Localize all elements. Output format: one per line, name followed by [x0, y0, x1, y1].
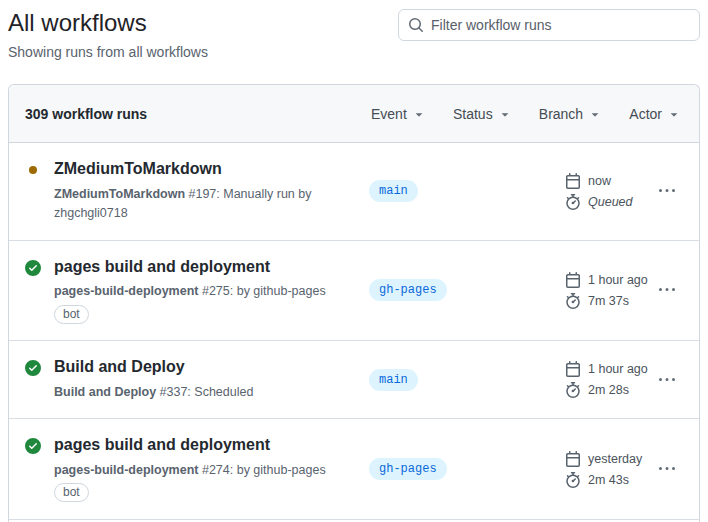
- run-duration: 2m 43s: [588, 473, 629, 487]
- bot-badge: bot: [54, 305, 89, 324]
- run-text: ZMediumToMarkdown ZMediumToMarkdown #197…: [54, 159, 356, 224]
- workflow-run-row: Build and Deploy Build and Deploy #337: …: [9, 341, 699, 419]
- stopwatch-icon: [565, 382, 581, 398]
- search-icon: [408, 17, 424, 33]
- run-time-line: yesterday: [565, 451, 651, 467]
- workflow-runs-count: 309 workflow runs: [25, 106, 369, 122]
- kebab-horizontal-icon: [659, 183, 675, 199]
- kebab-horizontal-icon: [659, 372, 675, 388]
- run-duration: 2m 28s: [588, 383, 629, 397]
- workflow-run-row: pages build and deployment pages-build-d…: [9, 419, 699, 520]
- workflow-runs-table: 309 workflow runs Event Status Branch Ac…: [8, 84, 700, 522]
- calendar-icon: [565, 272, 581, 288]
- run-time: now: [588, 174, 611, 188]
- run-options-button[interactable]: [651, 457, 683, 481]
- workflow-run-title[interactable]: ZMediumToMarkdown: [54, 159, 356, 180]
- run-meta-cell: 1 hour ago 2m 28s: [565, 361, 651, 398]
- run-meta-cell: 1 hour ago 7m 37s: [565, 272, 651, 309]
- branch-cell: gh-pages: [369, 279, 565, 301]
- run-time: 1 hour ago: [588, 273, 648, 287]
- run-detail: #274: by github-pages: [198, 463, 325, 477]
- workflow-run-list: ZMediumToMarkdown ZMediumToMarkdown #197…: [9, 143, 699, 520]
- workflow-run-description: Build and Deploy #337: Scheduled: [54, 383, 253, 402]
- run-meta-cell: now Queued: [565, 173, 651, 210]
- filter-dropdowns: Event Status Branch Actor: [369, 100, 683, 128]
- workflow-run-title[interactable]: Build and Deploy: [54, 357, 253, 378]
- run-detail: #337: Scheduled: [156, 385, 253, 399]
- stopwatch-icon: [565, 472, 581, 488]
- table-header: 309 workflow runs Event Status Branch Ac…: [9, 85, 699, 143]
- triangle-down-icon: [498, 107, 512, 121]
- run-text: pages build and deployment pages-build-d…: [54, 257, 356, 325]
- run-name: Build and Deploy: [54, 385, 156, 399]
- actor-filter-label: Actor: [629, 106, 662, 122]
- run-options-button[interactable]: [651, 179, 683, 203]
- status-filter-button[interactable]: Status: [451, 100, 514, 128]
- kebab-horizontal-icon: [659, 282, 675, 298]
- stopwatch-icon: [565, 293, 581, 309]
- branch-cell: main: [369, 180, 565, 202]
- run-text: pages build and deployment pages-build-d…: [54, 435, 356, 503]
- kebab-horizontal-icon: [659, 461, 675, 477]
- run-duration-line: Queued: [565, 194, 651, 210]
- run-duration-line: 7m 37s: [565, 293, 651, 309]
- status-filter-label: Status: [453, 106, 493, 122]
- check-circle-fill-icon: [25, 360, 41, 376]
- workflow-run-row: ZMediumToMarkdown ZMediumToMarkdown #197…: [9, 143, 699, 241]
- stopwatch-icon: [565, 194, 581, 210]
- calendar-icon: [565, 451, 581, 467]
- filter-search-box: [398, 9, 700, 41]
- run-time: 1 hour ago: [588, 362, 648, 376]
- page-subtitle: Showing runs from all workflows: [8, 44, 208, 60]
- page-header: All workflows Showing runs from all work…: [0, 0, 708, 60]
- triangle-down-icon: [667, 107, 681, 121]
- run-options-button[interactable]: [651, 368, 683, 392]
- triangle-down-icon: [412, 107, 426, 121]
- workflow-run-title[interactable]: pages build and deployment: [54, 435, 356, 456]
- workflow-run-description: ZMediumToMarkdown #197: Manually run by …: [54, 185, 356, 224]
- run-text: Build and Deploy Build and Deploy #337: …: [54, 357, 253, 402]
- check-circle-fill-icon: [25, 438, 41, 454]
- event-filter-label: Event: [371, 106, 407, 122]
- dot-fill-icon: [25, 162, 41, 178]
- run-meta-cell: yesterday 2m 43s: [565, 451, 651, 488]
- page-titles: All workflows Showing runs from all work…: [8, 8, 208, 60]
- run-main-cell: pages build and deployment pages-build-d…: [25, 257, 369, 325]
- run-time-line: 1 hour ago: [565, 361, 651, 377]
- event-filter-button[interactable]: Event: [369, 100, 428, 128]
- triangle-down-icon: [588, 107, 602, 121]
- page-title: All workflows: [8, 8, 208, 38]
- run-duration: 7m 37s: [588, 294, 629, 308]
- branch-filter-label: Branch: [539, 106, 583, 122]
- run-duration: Queued: [588, 195, 632, 209]
- run-time: yesterday: [588, 452, 642, 466]
- workflow-run-row: pages build and deployment pages-build-d…: [9, 241, 699, 342]
- branch-badge[interactable]: gh-pages: [369, 458, 447, 480]
- workflow-run-description: pages-build-deployment #274: by github-p…: [54, 461, 356, 503]
- calendar-icon: [565, 361, 581, 377]
- filter-workflow-runs-input[interactable]: [398, 9, 700, 41]
- run-name: ZMediumToMarkdown: [54, 187, 185, 201]
- run-main-cell: ZMediumToMarkdown ZMediumToMarkdown #197…: [25, 159, 369, 224]
- run-time-line: now: [565, 173, 651, 189]
- branch-cell: gh-pages: [369, 458, 565, 480]
- run-duration-line: 2m 43s: [565, 472, 651, 488]
- run-name: pages-build-deployment: [54, 284, 198, 298]
- branch-badge[interactable]: main: [369, 369, 418, 391]
- run-name: pages-build-deployment: [54, 463, 198, 477]
- workflow-run-description: pages-build-deployment #275: by github-p…: [54, 282, 356, 324]
- run-options-button[interactable]: [651, 278, 683, 302]
- branch-filter-button[interactable]: Branch: [537, 100, 604, 128]
- actor-filter-button[interactable]: Actor: [627, 100, 683, 128]
- run-main-cell: pages build and deployment pages-build-d…: [25, 435, 369, 503]
- branch-cell: main: [369, 369, 565, 391]
- run-duration-line: 2m 28s: [565, 382, 651, 398]
- calendar-icon: [565, 173, 581, 189]
- check-circle-fill-icon: [25, 260, 41, 276]
- branch-badge[interactable]: main: [369, 180, 418, 202]
- branch-badge[interactable]: gh-pages: [369, 279, 447, 301]
- workflow-run-title[interactable]: pages build and deployment: [54, 257, 356, 278]
- run-main-cell: Build and Deploy Build and Deploy #337: …: [25, 357, 369, 402]
- run-detail: #275: by github-pages: [198, 284, 325, 298]
- bot-badge: bot: [54, 483, 89, 502]
